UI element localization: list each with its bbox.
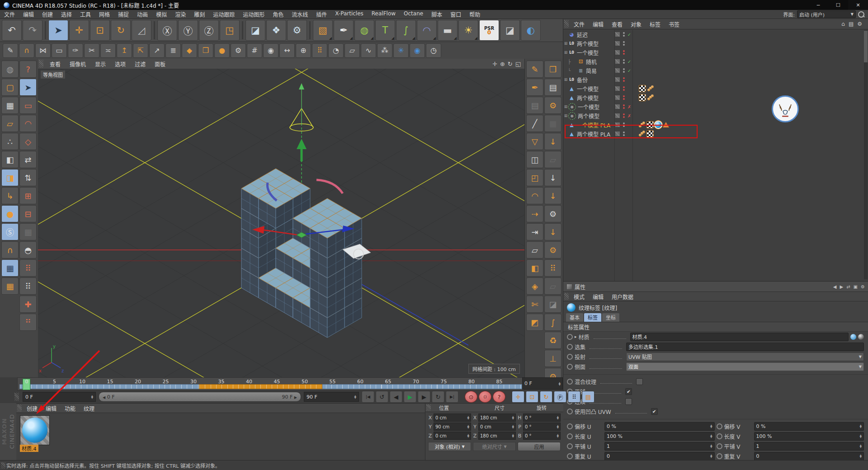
object-row[interactable]: ⊞L0备份 xyxy=(563,75,863,84)
object-label[interactable]: 随机 xyxy=(586,58,597,66)
size-field[interactable]: 180 cm▲▼ xyxy=(478,432,516,440)
visibility-dots[interactable] xyxy=(623,77,625,82)
lock-z-axis[interactable]: Ⓩ xyxy=(199,20,219,41)
minimize-button[interactable]: ─ xyxy=(808,0,828,10)
value-field[interactable]: 0 %▲▼ xyxy=(604,422,715,431)
vertex-paint-icon[interactable]: ⠿ xyxy=(312,43,327,58)
layer-toggle-icon[interactable] xyxy=(615,50,620,55)
layer-toggle-icon[interactable] xyxy=(615,86,620,91)
gear-icon[interactable]: ⚙ xyxy=(861,284,865,289)
current-frame-spinner[interactable]: 0 F ▲▼ xyxy=(522,377,563,390)
phong-tag-icon[interactable] xyxy=(647,85,654,92)
model-mode-icon[interactable]: ◍ xyxy=(1,61,19,78)
object-row[interactable]: ⊞●两个模型✗ xyxy=(563,111,863,120)
object-label[interactable]: 两个模型 xyxy=(578,112,599,120)
rotation-field[interactable]: 0 °▲▼ xyxy=(523,432,561,440)
add-cube-icon[interactable]: ❒ xyxy=(198,43,213,58)
keyframe-dot-icon[interactable] xyxy=(567,423,573,429)
menu-网格[interactable]: 网格 xyxy=(95,10,114,18)
subdivide-icon[interactable]: ↓ xyxy=(544,133,561,150)
bend-deformer-icon[interactable]: ◠◢ xyxy=(417,20,437,41)
checkbox[interactable]: ✔ xyxy=(625,388,632,395)
object-label[interactable]: 一个模型 xyxy=(577,85,599,93)
visibility-dots[interactable] xyxy=(623,86,625,91)
value-field[interactable]: 0 %▲▼ xyxy=(754,422,864,431)
object-manager-menu-标签[interactable]: 标签 xyxy=(646,20,665,28)
knife-icon[interactable]: ╱ xyxy=(526,115,543,132)
checkbox[interactable] xyxy=(636,378,643,385)
viewport-menu-查看[interactable]: 查看 xyxy=(45,60,65,68)
chart-icon[interactable]: ▤ xyxy=(526,97,543,114)
drag-handle-icon[interactable] xyxy=(39,60,43,68)
snap-icon[interactable]: Ⓢ xyxy=(1,223,19,240)
end-frame-field[interactable]: 90 F ▲▼ xyxy=(304,392,359,402)
layer-toggle-icon[interactable] xyxy=(615,113,620,118)
brush-tool-icon[interactable]: ✑ xyxy=(68,43,83,58)
layer-toggle-icon[interactable] xyxy=(615,32,620,37)
object-label[interactable]: 两个模型 xyxy=(577,94,599,102)
keyframe-dot-icon[interactable] xyxy=(567,379,573,385)
keyframe-dot-icon[interactable] xyxy=(567,433,573,439)
spline-pen-icon[interactable]: ✒◢ xyxy=(334,20,354,41)
next-frame-button[interactable]: ▶ xyxy=(418,391,430,403)
size-mode-dropdown[interactable]: 绝对尺寸▼ xyxy=(473,442,516,451)
pan-view-icon[interactable]: ✛ xyxy=(492,61,497,67)
zoom-view-icon[interactable]: ⊕ xyxy=(500,61,505,67)
drag-handle-icon[interactable] xyxy=(426,404,431,411)
points-white-icon[interactable]: ⠿ xyxy=(19,277,37,295)
material-name[interactable]: 材质.4 xyxy=(20,445,38,452)
expand-icon[interactable]: ⊞ xyxy=(563,50,568,55)
world-sphere-icon[interactable]: ◐ xyxy=(521,20,541,41)
tab-基本[interactable]: 基本 xyxy=(566,313,583,322)
object-manager-menu-编辑[interactable]: 编辑 xyxy=(589,20,608,28)
keyframe-dot-icon[interactable] xyxy=(567,453,573,459)
extrude-icon[interactable]: ↥ xyxy=(117,43,132,58)
keyframe-dot-icon[interactable] xyxy=(717,443,722,449)
size-field[interactable]: 0 cm▲▼ xyxy=(478,423,516,431)
drag-handle-icon[interactable] xyxy=(14,393,19,401)
spray-icon[interactable]: ⁂ xyxy=(377,43,392,58)
paint-cube-icon[interactable]: ✎ xyxy=(526,61,543,78)
psr-badge[interactable]: PSR0 xyxy=(479,20,499,41)
menu-流水线[interactable]: 流水线 xyxy=(288,10,312,18)
cubes-stack-icon[interactable]: ❒ xyxy=(544,61,561,78)
expand-icon[interactable]: ⊞ xyxy=(563,77,568,82)
boot-deform-icon[interactable]: ✄ xyxy=(526,296,543,313)
grid-array-icon[interactable]: # xyxy=(247,43,262,58)
disabled2-icon[interactable]: ▱ xyxy=(544,277,561,295)
polygons-mode-icon[interactable]: ◨ xyxy=(1,169,19,186)
axis-one-gear-icon[interactable]: ⊥ xyxy=(544,350,561,367)
corner-cube-icon[interactable]: ◩ xyxy=(526,314,543,331)
interface-dropdown[interactable]: 启动 (用户)▼ xyxy=(797,10,856,18)
optimize-gear-icon[interactable]: ⚙ xyxy=(544,241,561,258)
disabled-cube-icon[interactable]: ▦ xyxy=(19,223,37,240)
timer-icon[interactable]: ◷ xyxy=(426,43,441,58)
maximize-button[interactable]: ☐ xyxy=(828,0,848,10)
expand-icon[interactable]: ⊞ xyxy=(563,104,568,109)
layer-toggle-icon[interactable] xyxy=(615,95,620,100)
visibility-dots[interactable] xyxy=(623,50,625,55)
prev-frame-button[interactable]: ◀ xyxy=(390,391,402,403)
stitch-sew-icon[interactable]: ≍ xyxy=(100,43,116,58)
viewport-menu-过滤[interactable]: 过滤 xyxy=(130,60,150,68)
value-field[interactable]: 100 %▲▼ xyxy=(754,432,864,441)
viewport[interactable]: 查看摄像机显示选项过滤面板 ✛⊕↻◱ 等角视图 yxz 网格间距 : 100 c… xyxy=(38,59,524,377)
loop-forward-button[interactable]: ↻ xyxy=(432,391,444,403)
menu-窗口[interactable]: 窗口 xyxy=(446,10,465,18)
dual-arrow-icon[interactable]: ⇄ xyxy=(846,284,850,289)
menu-动画[interactable]: 动画 xyxy=(133,10,152,18)
menu-角色[interactable]: 角色 xyxy=(269,10,288,18)
timeline-window-button[interactable]: ▤ xyxy=(582,391,594,403)
search-icon[interactable] xyxy=(858,11,864,18)
matrix-extrude-icon[interactable]: ≣ xyxy=(165,43,181,58)
value-field[interactable]: 多边形选集.1 xyxy=(626,343,864,351)
edges-mode-icon[interactable]: ◧ xyxy=(1,151,19,168)
text-spline-icon[interactable]: T◢ xyxy=(375,20,395,41)
weld-icon[interactable]: ⇥ xyxy=(526,223,543,240)
spline-draw-icon[interactable]: ✒ xyxy=(526,79,543,96)
viewport-menu-显示[interactable]: 显示 xyxy=(90,60,110,68)
polygon-selection-icon[interactable]: ◇ xyxy=(19,133,37,150)
bricks-icon[interactable]: ▤ xyxy=(544,79,561,96)
object-row[interactable]: └≣简易✓ xyxy=(563,66,863,75)
loop-back-button[interactable]: ↺ xyxy=(376,391,388,403)
